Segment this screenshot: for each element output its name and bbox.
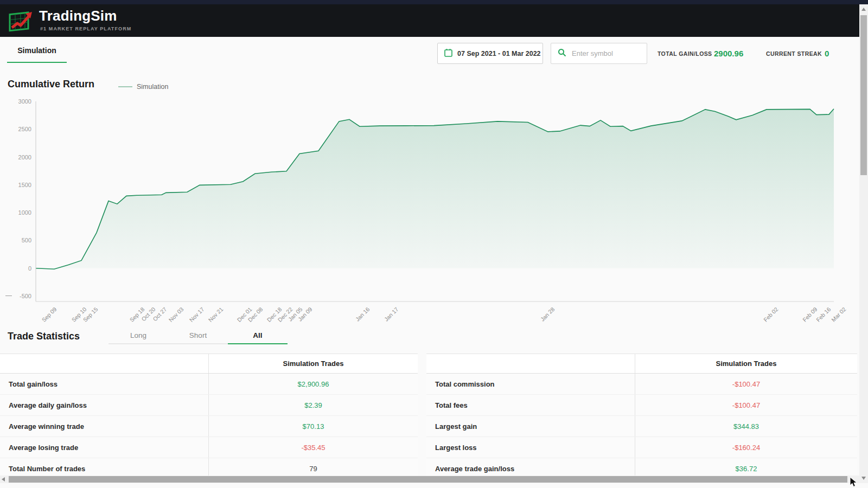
stat-value: -$35.45 xyxy=(209,437,418,458)
stat-label: Largest gain xyxy=(426,416,635,436)
stat-value: $344.83 xyxy=(635,416,857,436)
app-header: TradingSim #1 MARKET REPLAY PLATFORM xyxy=(0,4,859,37)
date-range-picker[interactable]: 07 Sep 2021 - 01 Mar 2022 xyxy=(437,43,543,64)
table-row: Largest gain$344.83 xyxy=(426,416,857,437)
table-row: Average losing trade-$35.45 xyxy=(0,437,418,458)
table-header-row: Simulation Trades xyxy=(0,354,418,374)
horizontal-scrollbar-thumb[interactable] xyxy=(9,476,847,483)
total-gain-loss-value: 2900.96 xyxy=(714,49,743,58)
cumulative-return-chart: 300025002000150010005000-500 Sep 09Sep 1… xyxy=(0,92,859,325)
tab-active-underline xyxy=(7,62,67,63)
stat-label: Average winning trade xyxy=(0,416,209,436)
tab-simulation[interactable]: Simulation xyxy=(7,46,67,63)
scroll-up-icon[interactable] xyxy=(861,8,866,11)
y-axis-label: 2500 xyxy=(4,126,31,132)
date-range-value: 07 Sep 2021 - 01 Mar 2022 xyxy=(457,50,541,57)
table-header-row: Simulation Trades xyxy=(426,354,857,374)
stat-value: -$100.47 xyxy=(635,374,857,394)
stats-table-left: Simulation TradesTotal gain/loss$2,900.9… xyxy=(0,354,418,479)
brand-title: TradingSim xyxy=(39,8,117,24)
calendar-icon xyxy=(444,48,452,59)
stats-tab-short[interactable]: Short xyxy=(168,328,228,344)
y-axis-label: 2000 xyxy=(4,154,31,160)
y-axis-label: 1500 xyxy=(4,182,31,188)
chart-legend[interactable]: Simulation xyxy=(118,83,168,91)
stat-value: -$100.47 xyxy=(635,395,857,415)
stats-tab-all[interactable]: All xyxy=(228,328,288,344)
stat-value: -$160.24 xyxy=(635,437,857,458)
legend-label: Simulation xyxy=(137,83,168,91)
stat-label: Average losing trade xyxy=(0,437,209,458)
stat-value: $2.39 xyxy=(209,395,418,415)
stat-value: $70.13 xyxy=(209,416,418,436)
vertical-scrollbar[interactable] xyxy=(859,4,868,483)
current-streak-label: CURRENT STREAK xyxy=(766,50,822,57)
symbol-search[interactable] xyxy=(551,43,647,64)
table-row: Average winning trade$70.13 xyxy=(0,416,418,437)
stat-value: $2,900.96 xyxy=(209,374,418,394)
y-axis-label: 0 xyxy=(4,265,31,272)
legend-line-swatch xyxy=(118,86,132,87)
table-header-simulation-trades: Simulation Trades xyxy=(209,354,418,373)
table-header-empty xyxy=(0,354,209,373)
window-top-strip xyxy=(0,0,868,4)
search-icon xyxy=(558,48,566,59)
stat-label: Largest loss xyxy=(426,437,635,458)
stat-label: Total commission xyxy=(426,374,635,394)
stat-label: Total gain/loss xyxy=(0,374,209,394)
horizontal-scrollbar[interactable] xyxy=(0,476,859,483)
stat-label: Average daily gain/loss xyxy=(0,395,209,415)
axis-tick-dash xyxy=(5,296,12,296)
table-row: Total commission-$100.47 xyxy=(426,374,857,395)
table-header-empty xyxy=(426,354,635,373)
table-row: Largest loss-$160.24 xyxy=(426,437,857,458)
vertical-scrollbar-thumb[interactable] xyxy=(860,15,867,175)
stat-label: Total fees xyxy=(426,395,635,415)
y-axis-label: -500 xyxy=(4,293,31,299)
tab-simulation-label: Simulation xyxy=(17,46,56,55)
y-axis-label: 500 xyxy=(4,237,31,243)
mouse-cursor xyxy=(850,477,859,488)
current-streak-value: 0 xyxy=(825,49,829,58)
area-fill xyxy=(36,109,834,269)
tradingsim-logo-icon[interactable] xyxy=(8,9,35,33)
trade-statistics-tabs: LongShortAll xyxy=(108,328,288,344)
table-row: Average daily gain/loss$2.39 xyxy=(0,395,418,416)
scroll-down-icon[interactable] xyxy=(861,477,866,480)
trade-statistics-title: Trade Statistics xyxy=(8,331,80,342)
chart-canvas xyxy=(0,92,859,325)
table-header-simulation-trades: Simulation Trades xyxy=(635,354,857,373)
stats-table-right: Simulation TradesTotal commission-$100.4… xyxy=(426,354,857,479)
y-axis-label: 3000 xyxy=(4,98,31,105)
total-gain-loss-label: TOTAL GAIN/LOSS xyxy=(658,50,712,57)
chart-title: Cumulative Return xyxy=(8,79,94,90)
stats-tab-long[interactable]: Long xyxy=(108,328,168,344)
scroll-left-icon[interactable] xyxy=(2,477,5,481)
y-axis-label: 1000 xyxy=(4,209,31,216)
table-row: Total gain/loss$2,900.96 xyxy=(0,374,418,395)
symbol-search-input[interactable] xyxy=(572,49,637,57)
table-row: Total fees-$100.47 xyxy=(426,395,857,416)
brand-tagline: #1 MARKET REPLAY PLATFORM xyxy=(40,26,131,31)
